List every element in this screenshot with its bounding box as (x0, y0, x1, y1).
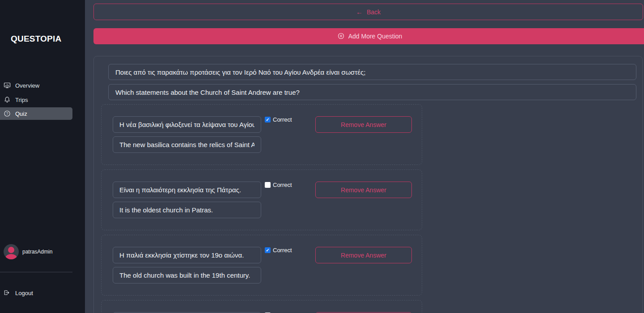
add-more-question-label: Add More Question (348, 33, 402, 40)
correct-label: Correct (273, 116, 292, 123)
answer-block-1: Correct Remove Answer (101, 104, 422, 165)
logout-label: Logout (15, 290, 33, 296)
svg-text:?: ? (6, 111, 8, 116)
add-more-question-button[interactable]: Add More Question (93, 28, 644, 44)
user-profile[interactable]: patrasAdmin (0, 241, 72, 262)
user-name: patrasAdmin (22, 249, 52, 255)
remove-answer-button[interactable]: Remove Answer (315, 247, 412, 263)
overview-icon (4, 82, 11, 89)
answer-block-4: Correct Remove Answer (101, 300, 422, 313)
answer-greek-input[interactable] (113, 116, 261, 133)
answer-block-2: Correct Remove Answer (101, 169, 422, 230)
correct-checkbox-row[interactable]: Correct (265, 182, 292, 188)
sidebar: QUESTOPIA Overview Trips ? Quiz (0, 0, 85, 313)
remove-answer-button[interactable]: Remove Answer (315, 182, 412, 198)
main-content: ← Back Add More Question Correct Remove … (85, 0, 644, 313)
logout-button[interactable]: Logout (0, 287, 72, 299)
sidebar-item-trips[interactable]: Trips (0, 93, 72, 106)
sidebar-item-quiz[interactable]: ? Quiz (0, 107, 72, 120)
app-logo: QUESTOPIA (11, 34, 61, 44)
answer-greek-input[interactable] (113, 247, 261, 263)
plus-circle-icon (338, 33, 345, 40)
remove-answer-button[interactable]: Remove Answer (315, 116, 412, 133)
correct-label: Correct (273, 182, 292, 188)
question-panel: Correct Remove Answer Correct Remove Ans… (93, 56, 643, 313)
question-greek-input[interactable] (108, 64, 636, 80)
correct-checkbox-row[interactable]: Correct (265, 247, 292, 254)
sidebar-item-overview[interactable]: Overview (0, 79, 72, 92)
answer-block-3: Correct Remove Answer (101, 235, 422, 296)
answer-english-input[interactable] (113, 136, 261, 153)
sidebar-divider (0, 272, 72, 272)
back-arrow-icon: ← (356, 8, 363, 15)
correct-checkbox-row[interactable]: Correct (265, 116, 292, 123)
sidebar-item-label: Overview (15, 82, 39, 89)
back-button[interactable]: ← Back (93, 4, 643, 20)
correct-checkbox[interactable] (265, 117, 271, 123)
answer-english-input[interactable] (113, 267, 261, 283)
avatar (4, 244, 19, 259)
bell-icon (4, 96, 11, 103)
quiz-icon: ? (4, 110, 11, 117)
question-english-input[interactable] (108, 84, 636, 100)
correct-checkbox[interactable] (265, 182, 271, 188)
sidebar-item-label: Quiz (15, 110, 27, 117)
answer-greek-input[interactable] (113, 182, 261, 198)
correct-checkbox[interactable] (265, 247, 271, 253)
correct-label: Correct (273, 247, 292, 254)
sidebar-item-label: Trips (15, 97, 28, 103)
logout-icon (3, 289, 10, 296)
back-label: Back (367, 8, 381, 16)
answer-english-input[interactable] (113, 202, 261, 218)
